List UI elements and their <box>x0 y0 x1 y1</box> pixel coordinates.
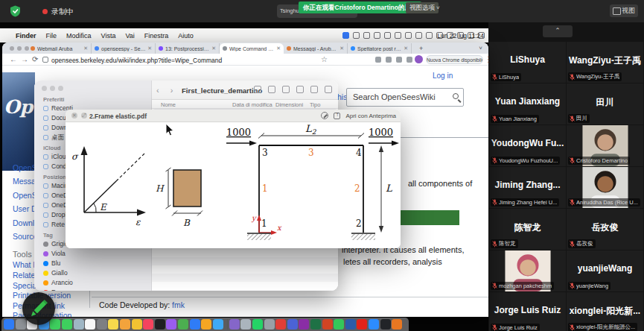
dock-app-icon[interactable] <box>62 319 72 330</box>
dock-app-icon[interactable] <box>4 319 14 330</box>
extension-icon[interactable] <box>407 57 412 63</box>
extension-icon[interactable] <box>396 57 402 63</box>
dock-app-icon[interactable] <box>85 319 95 330</box>
participant-tile[interactable]: LiShuya LiShuya <box>489 42 566 83</box>
dock-app-icon[interactable] <box>252 319 263 330</box>
status-icon[interactable] <box>415 32 422 39</box>
menubar-item-help[interactable]: Aiuto <box>178 32 194 40</box>
dock-app-icon[interactable] <box>201 319 211 330</box>
dock-app-icon[interactable] <box>224 319 228 330</box>
finder-tag-item[interactable]: Viola <box>43 249 147 259</box>
view-options-button[interactable]: 视图选项 <box>406 2 439 13</box>
dock-app-icon[interactable] <box>229 319 240 330</box>
participant-tile[interactable]: 岳孜俊 岳孜俊 <box>567 209 643 250</box>
chrome-update-button[interactable]: Nuova Chrome disponibile <box>426 55 483 64</box>
menubar-app-name[interactable]: Finder <box>16 32 36 40</box>
dock-app-icon[interactable] <box>178 319 188 330</box>
bookmark-star-icon[interactable]: ☆ <box>321 55 328 63</box>
dock-app-icon[interactable] <box>132 319 142 330</box>
dock-app-icon[interactable] <box>299 319 309 330</box>
chevron-down-icon[interactable]: ˅ <box>436 5 441 10</box>
grid-view-icon[interactable] <box>268 86 275 93</box>
address-bar[interactable]: opensees.berkeley.edu/wiki/index.php?tit… <box>51 57 222 64</box>
extension-icon[interactable] <box>375 57 381 63</box>
view-button[interactable]: 视图 <box>610 4 638 17</box>
reload-icon[interactable]: ⟳ <box>32 55 38 63</box>
dock-app-icon[interactable] <box>322 319 333 330</box>
column-date[interactable]: Data di modifica <box>232 101 272 108</box>
dock-app-icon[interactable] <box>310 319 321 330</box>
list-view-icon[interactable] <box>254 86 261 93</box>
participant-tile[interactable]: yuanjieWang yuanjieWang <box>567 250 643 291</box>
participant-tile[interactable]: Yuan Jianxiang Yuan Jianxiang <box>489 83 566 124</box>
opensees-logo[interactable]: OpenSees <box>2 72 35 171</box>
participant-tile[interactable]: Jorge Luis Ruiz Jorge Luis Ruiz <box>489 292 566 331</box>
open-with-preview-button[interactable]: Apri con Anteprima <box>345 113 396 119</box>
participant-tile[interactable]: YoudongWu Fu... YoudongWu FuzhouU... <box>489 125 566 166</box>
dock-app-icon[interactable] <box>74 319 84 330</box>
dock-app-icon[interactable] <box>357 319 367 330</box>
dock-app-icon[interactable] <box>287 319 298 330</box>
dock-app-icon[interactable] <box>155 319 165 330</box>
browser-tab[interactable]: Messaggi - Aruba Webmail ✕ <box>284 43 348 54</box>
wiki-search-input[interactable]: Search OpenSeesWiki <box>346 88 464 107</box>
finder-nav-arrows[interactable]: ‹ › <box>156 86 177 95</box>
forward-icon[interactable]: → <box>21 55 28 63</box>
status-icon[interactable] <box>405 32 412 39</box>
dock-app-icon[interactable] <box>345 319 356 330</box>
dock-app-icon[interactable] <box>392 319 402 330</box>
finder-tag-item[interactable]: Giallo <box>43 268 147 278</box>
participant-tile[interactable]: WangZiyu-王子禹 WangZiyu-王子禹 <box>567 42 643 83</box>
participant-tile[interactable]: 陈智龙 陈智龙 <box>489 209 566 250</box>
search-icon[interactable] <box>325 86 332 93</box>
menubar-item-file[interactable]: File <box>46 32 57 40</box>
new-tab-button[interactable]: + <box>419 45 423 52</box>
status-icon[interactable] <box>374 32 380 39</box>
finder-tag-item[interactable]: Arancio <box>43 278 147 288</box>
search-icon[interactable] <box>453 93 459 99</box>
column-type[interactable]: Tipo <box>310 101 320 108</box>
dock-app-icon[interactable] <box>334 319 344 330</box>
status-icon[interactable] <box>426 32 433 39</box>
participant-tile[interactable]: Jiming Zhang... Jiming Zhang Hefei U... <box>489 167 566 208</box>
tab-close-icon[interactable]: ✕ <box>404 45 408 51</box>
site-info-icon[interactable] <box>42 57 48 63</box>
markup-icon[interactable] <box>321 112 328 119</box>
menubar-item-view[interactable]: Vista <box>101 32 116 40</box>
tab-close-icon[interactable]: ✕ <box>276 45 281 51</box>
status-icon[interactable] <box>395 32 401 39</box>
tab-search-chevron-icon[interactable]: ˅ <box>479 45 482 51</box>
participant-tile[interactable]: Cristoforo Demartino <box>567 125 643 166</box>
tab-close-icon[interactable]: ✕ <box>339 45 344 51</box>
column-name[interactable]: Nome <box>161 101 176 108</box>
browser-tab[interactable]: Wipe Command - OpenSees... ✕ <box>220 43 284 54</box>
window-controls[interactable] <box>10 46 29 51</box>
finder-tag-item[interactable]: Rosso <box>43 288 147 291</box>
menubar-item-edit[interactable]: Modifica <box>66 32 92 40</box>
browser-tab[interactable]: openseespy - Search ✕ <box>92 43 156 54</box>
dock-app-icon[interactable] <box>143 319 153 330</box>
dock-app-icon[interactable] <box>264 319 275 330</box>
browser-tab[interactable]: Webmail Aruba ✕ <box>28 43 92 54</box>
column-size[interactable]: Dimensioni <box>275 101 303 108</box>
collapse-panel-button[interactable]: ⌃ <box>543 25 573 37</box>
back-icon[interactable]: ← <box>10 55 17 63</box>
participant-tile[interactable]: 田川 田川 <box>567 83 643 124</box>
browser-tab[interactable]: Spettatore post riunione - Z... ✕ <box>348 43 412 54</box>
action-menu-icon[interactable] <box>282 86 290 93</box>
browser-tab[interactable]: 13: Postprocessing Modules ✕ <box>156 43 220 54</box>
profile-avatar[interactable] <box>415 55 423 63</box>
menubar-item-go[interactable]: Vai <box>125 32 134 40</box>
share-icon[interactable] <box>296 86 304 93</box>
menubar-item-window[interactable]: Finestra <box>144 32 169 40</box>
dock-app-icon[interactable] <box>97 319 107 330</box>
tab-close-icon[interactable]: ✕ <box>83 45 88 51</box>
dock-app-icon[interactable] <box>108 319 118 330</box>
status-icon[interactable] <box>342 32 349 39</box>
dock-app-icon[interactable] <box>213 319 223 330</box>
dock-app-icon[interactable] <box>369 319 379 330</box>
login-link[interactable]: Log in <box>433 72 453 80</box>
pdf-window-controls[interactable]: ✕⤢ <box>71 113 87 119</box>
finder-tag-item[interactable]: Blu <box>43 259 147 268</box>
participant-tile[interactable]: xionglei-阳光新... xionglei-阳光新能源公... <box>567 292 643 331</box>
